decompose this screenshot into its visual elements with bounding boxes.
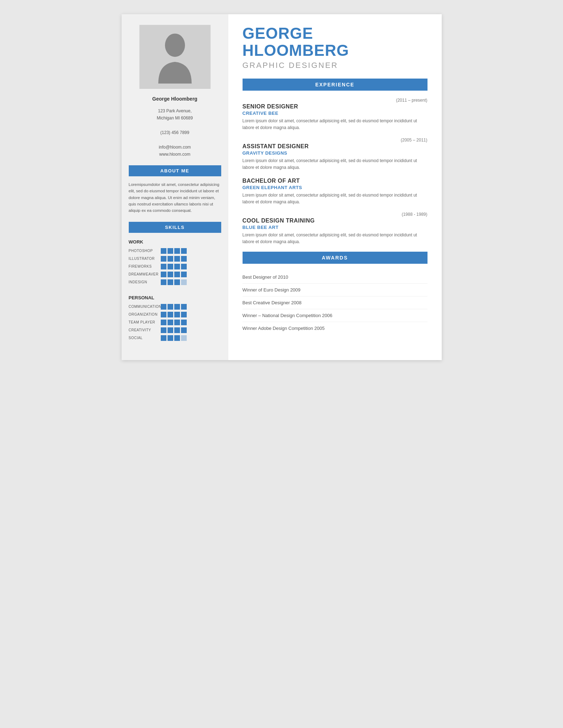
resume-container: George Hloomberg 123 Park Avenue, Michig… [122, 14, 442, 360]
exp-title: ASSISTANT DESIGNER [243, 143, 427, 150]
skill-row: COMMUNICATION [129, 304, 221, 310]
award-item: Winner of Euro Design 2009 [243, 284, 427, 296]
bar-cell-filled [174, 248, 180, 254]
bar-cell-filled [161, 312, 166, 317]
bar-cell-filled [168, 279, 173, 285]
skill-row: SOCIAL [129, 335, 221, 341]
skill-label: INDESIGN [129, 280, 161, 284]
skill-row: PHOTOSHOP [129, 248, 221, 254]
right-column: GEORGE HLOOMBERG GRAPHIC DESIGNER EXPERI… [228, 14, 442, 360]
bar-cell-filled [161, 248, 166, 254]
skill-label: ORGANIZATION [129, 312, 161, 316]
skill-label: PHOTOSHOP [129, 249, 161, 253]
award-item: Winner – National Design Competition 200… [243, 309, 427, 322]
skill-bars [161, 272, 187, 277]
bar-cell-filled [161, 256, 166, 262]
bar-cell-filled [181, 320, 187, 325]
personal-skills-section: PERSONAL COMMUNICATIONORGANIZATIONTEAM P… [129, 294, 221, 343]
bar-cell-filled [181, 248, 187, 254]
bar-cell-filled [174, 320, 180, 325]
about-me-header: ABOUT ME [129, 165, 221, 176]
bar-cell-filled [161, 304, 166, 310]
bar-cell-filled [174, 335, 180, 341]
experience-item: (2005 – 2011)ASSISTANT DESIGNERGRAVITY D… [243, 138, 427, 171]
skill-label: DREAMWEAVER [129, 272, 161, 276]
skill-row: INDESIGN [129, 279, 221, 285]
full-name: GEORGE HLOOMBERG [243, 25, 427, 59]
skills-header: SKILLS [129, 222, 221, 233]
skill-bars [161, 248, 187, 254]
exp-description: Lorem ipsum dolor sit amet, consectetur … [243, 157, 427, 171]
bar-cell-filled [168, 320, 173, 325]
skill-bars [161, 304, 187, 310]
bar-cell-filled [168, 272, 173, 277]
bar-cell-filled [181, 264, 187, 269]
skill-row: TEAM PLAYER [129, 320, 221, 325]
bar-cell-filled [161, 320, 166, 325]
bar-cell-filled [161, 272, 166, 277]
bar-cell-filled [174, 279, 180, 285]
bar-cell-filled [181, 304, 187, 310]
bar-cell-filled [168, 256, 173, 262]
bar-cell-filled [181, 256, 187, 262]
skill-row: CREATIVITY [129, 327, 221, 333]
bar-cell-filled [181, 327, 187, 333]
personal-label: PERSONAL [129, 295, 221, 300]
skill-bars [161, 256, 187, 262]
exp-company: GREEN ELEPHANT ARTS [243, 185, 427, 190]
awards-list: Best Designer of 2010Winner of Euro Desi… [243, 271, 427, 334]
left-column: George Hloomberg 123 Park Avenue, Michig… [122, 14, 228, 360]
bar-cell-filled [161, 279, 166, 285]
experience-item: (2011 – present)SENIOR DESIGNERCREATIVE … [243, 98, 427, 131]
skill-row: DREAMWEAVER [129, 272, 221, 277]
exp-title: BACHELOR OF ART [243, 178, 427, 184]
bar-cell-filled [161, 335, 166, 341]
profile-photo [139, 25, 211, 89]
skill-row: ILLUSTRATOR [129, 256, 221, 262]
skill-row: FIREWORKS [129, 264, 221, 269]
exp-company: CREATIVE BEE [243, 111, 427, 116]
contact-phone: (123) 456 7899 [129, 129, 221, 136]
bar-cell-empty [181, 279, 187, 285]
bar-cell-filled [161, 264, 166, 269]
bar-cell-filled [181, 272, 187, 277]
experience-item: (1988 - 1989)COOL DESIGN TRAININGBLUE BE… [243, 212, 427, 245]
bar-cell-filled [168, 327, 173, 333]
exp-title: COOL DESIGN TRAINING [243, 218, 427, 224]
work-label: WORK [129, 239, 221, 245]
contact-name: George Hloomberg [129, 96, 221, 102]
skill-bars [161, 327, 187, 333]
award-item: Best Designer of 2010 [243, 271, 427, 284]
exp-company: GRAVITY DESIGNS [243, 150, 427, 156]
skill-label: ILLUSTRATOR [129, 257, 161, 261]
bar-cell-filled [174, 264, 180, 269]
bar-cell-filled [168, 264, 173, 269]
skill-label: CREATIVITY [129, 328, 161, 332]
contact-info: 123 Park Avenue, Michigan MI 60689 (123)… [129, 107, 221, 158]
contact-address1: 123 Park Avenue, [129, 107, 221, 114]
bar-cell-filled [181, 312, 187, 317]
experience-header: EXPERIENCE [243, 79, 427, 91]
contact-address2: Michigan MI 60689 [129, 114, 221, 122]
experience-list: (2011 – present)SENIOR DESIGNERCREATIVE … [243, 98, 427, 246]
contact-email: info@hloom.com [129, 144, 221, 151]
bar-cell-filled [168, 304, 173, 310]
awards-header: AWARDS [243, 252, 427, 264]
exp-description: Lorem ipsum dolor sit amet, consectetur … [243, 118, 427, 131]
about-text: Loremipsumdolor sit amet, consectetur ad… [129, 181, 221, 214]
bar-cell-empty [181, 335, 187, 341]
exp-description: Lorem ipsum dolor sit amet, consectetur … [243, 232, 427, 245]
personal-skills-list: COMMUNICATIONORGANIZATIONTEAM PLAYERCREA… [129, 304, 221, 341]
exp-company: BLUE BEE ART [243, 225, 427, 230]
skill-bars [161, 312, 187, 317]
exp-date: (2011 – present) [243, 98, 427, 103]
work-skills-list: PHOTOSHOPILLUSTRATORFIREWORKSDREAMWEAVER… [129, 248, 221, 285]
award-item: Winner Adobe Design Competition 2005 [243, 322, 427, 334]
job-title: GRAPHIC DESIGNER [243, 61, 427, 70]
exp-title: SENIOR DESIGNER [243, 103, 427, 110]
exp-date: (2005 – 2011) [243, 138, 427, 143]
skill-label: FIREWORKS [129, 264, 161, 268]
bar-cell-filled [174, 272, 180, 277]
skill-bars [161, 320, 187, 325]
contact-website: www.hloom.com [129, 151, 221, 158]
